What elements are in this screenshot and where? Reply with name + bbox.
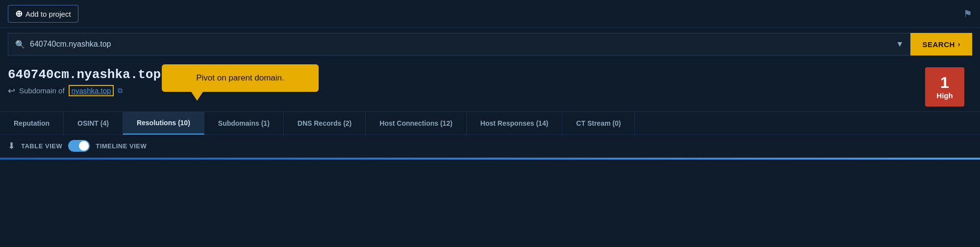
bottom-accent-line (0, 158, 980, 160)
domain-info: 640740cm.nyashka.top ⧉ ↩ Subdomain of ny… (8, 67, 925, 96)
top-bar: ⊕ Add to project ⚑ (0, 0, 980, 28)
badge-label: High (936, 91, 953, 100)
toggle-knob (79, 141, 89, 151)
timeline-view-label: TIMELINE VIEW (96, 142, 147, 150)
search-bar-wrapper: 🔍 ▼ SEARCH › (0, 28, 980, 60)
tab-osint[interactable]: OSINT (4) (64, 112, 123, 135)
tab-host-responses[interactable]: Host Responses (14) (467, 112, 562, 135)
tab-subdomains[interactable]: Subdomains (1) (204, 112, 284, 135)
search-label: SEARCH (922, 40, 955, 49)
search-icon: 🔍 (15, 40, 25, 49)
search-container: 🔍 (8, 33, 889, 55)
subdomain-label: Subdomain of (19, 86, 65, 95)
add-to-project-button[interactable]: ⊕ Add to project (8, 5, 78, 23)
search-input[interactable] (30, 40, 882, 49)
tab-reputation[interactable]: Reputation (0, 112, 64, 135)
tab-ct-stream[interactable]: CT Stream (0) (562, 112, 635, 135)
search-chevron-icon: › (958, 40, 960, 48)
pivot-tooltip: Pivot on parent domain. (162, 64, 319, 92)
tabs-bar: Reputation OSINT (4) Resolutions (10) Su… (0, 111, 980, 135)
badge-number: 1 (940, 74, 949, 91)
view-toggle[interactable] (68, 140, 90, 152)
domain-section: 640740cm.nyashka.top ⧉ ↩ Subdomain of ny… (0, 60, 980, 110)
filter-icon: ▼ (896, 40, 904, 49)
domain-title: 640740cm.nyashka.top ⧉ (8, 67, 925, 82)
search-button[interactable]: SEARCH › (910, 33, 972, 55)
domain-name: 640740cm.nyashka.top (8, 67, 161, 82)
subdomain-link[interactable]: nyashka.top (69, 85, 114, 96)
add-to-project-label: Add to project (25, 10, 71, 18)
download-icon[interactable]: ⬇ (8, 140, 15, 151)
table-view-label: TABLE VIEW (21, 142, 62, 150)
bookmark-icon[interactable]: ⚑ (963, 8, 972, 20)
tab-dns-records[interactable]: DNS Records (2) (284, 112, 366, 135)
high-badge: 1 High (925, 67, 964, 107)
tab-resolutions[interactable]: Resolutions (10) (123, 112, 204, 135)
tab-host-connections[interactable]: Host Connections (12) (366, 112, 467, 135)
tooltip-text: Pivot on parent domain. (196, 73, 284, 82)
subdomain-copy-icon[interactable]: ⧉ (118, 86, 123, 95)
filter-button[interactable]: ▼ (889, 33, 910, 55)
subdomain-line: ↩ Subdomain of nyashka.top ⧉ (8, 85, 925, 96)
view-bar: ⬇ TABLE VIEW TIMELINE VIEW (0, 135, 980, 157)
arrow-icon: ↩ (8, 85, 15, 96)
plus-icon: ⊕ (15, 8, 23, 19)
